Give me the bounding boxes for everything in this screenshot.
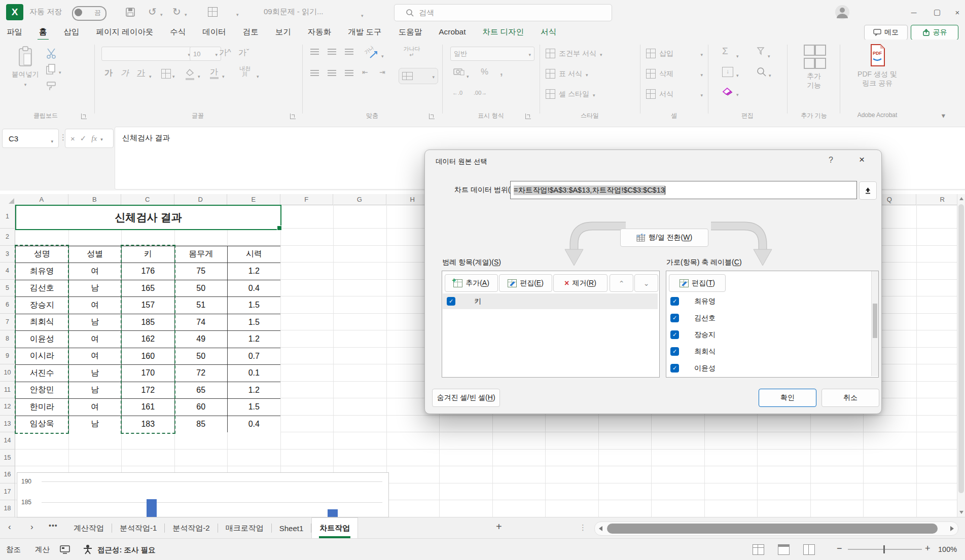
save-icon[interactable]: [125, 7, 136, 18]
underline-chevron-icon[interactable]: [149, 71, 152, 80]
hscroll-thumb[interactable]: [607, 524, 938, 534]
currency-chevron-icon[interactable]: [467, 71, 469, 80]
row-header-6[interactable]: 6: [0, 296, 15, 314]
copy-chevron-icon[interactable]: [59, 67, 61, 76]
horizontal-scrollbar[interactable]: [594, 521, 958, 536]
table-cell[interactable]: 안창민: [16, 382, 69, 399]
table-cell[interactable]: 160: [122, 348, 175, 365]
zoom-out-icon[interactable]: −: [837, 543, 842, 554]
wrap-text-icon[interactable]: 가나다↵: [402, 46, 422, 58]
row-header-11[interactable]: 11: [0, 382, 15, 399]
accessibility-icon[interactable]: [82, 544, 93, 555]
row-header-16[interactable]: 16: [0, 466, 15, 483]
underline-icon[interactable]: 가: [137, 68, 145, 79]
zoom-level[interactable]: 100%: [938, 545, 957, 553]
row-header-4[interactable]: 4: [0, 263, 15, 280]
series-move-up-button[interactable]: ⌃: [610, 274, 633, 292]
table-cell[interactable]: 185: [122, 314, 175, 331]
font-size-combo[interactable]: 10: [190, 47, 221, 61]
sheet-tab-0[interactable]: 계산작업: [66, 517, 112, 539]
align-left-icon[interactable]: [310, 70, 319, 77]
column-header-B[interactable]: B: [68, 194, 122, 205]
share-button[interactable]: 공유: [911, 25, 958, 40]
table-cell[interactable]: 74: [175, 314, 228, 331]
minimize-button[interactable]: ─: [904, 6, 924, 18]
format-as-table-button[interactable]: 표 서식: [546, 69, 588, 79]
checkbox-checked-icon[interactable]: ✓: [670, 347, 679, 356]
category-item[interactable]: ✓장승지: [667, 327, 870, 343]
table-cell[interactable]: 여: [69, 348, 122, 365]
autosum-chevron-icon[interactable]: [736, 51, 739, 60]
table-cell[interactable]: 1.2: [228, 331, 280, 348]
dialog-close-icon[interactable]: ×: [859, 154, 865, 165]
table-cell[interactable]: 여: [69, 399, 122, 416]
bold-icon[interactable]: 가: [104, 68, 113, 79]
currency-icon[interactable]: [453, 68, 464, 78]
menu-tab-12[interactable]: 차트 디자인: [481, 27, 526, 38]
new-sheet-button[interactable]: +: [496, 521, 502, 533]
categories-scroll-thumb[interactable]: [873, 304, 877, 338]
status-item-1[interactable]: 계산: [35, 545, 50, 554]
column-header-G[interactable]: G: [333, 194, 386, 205]
avatar[interactable]: [835, 5, 850, 20]
table-cell[interactable]: 남: [69, 416, 122, 433]
collapse-range-button[interactable]: [859, 181, 877, 200]
checkbox-checked-icon[interactable]: ✓: [670, 314, 679, 322]
accessibility-status[interactable]: 접근성: 조사 필요: [97, 545, 155, 555]
category-item[interactable]: ✓이윤성: [667, 360, 870, 376]
cancel-entry-icon[interactable]: ×: [70, 134, 75, 143]
zoom-slider-track[interactable]: [848, 549, 922, 550]
increase-indent-icon[interactable]: ⇥: [379, 68, 385, 76]
cancel-button[interactable]: 취소: [821, 389, 879, 407]
table-cell[interactable]: 1.5: [228, 399, 280, 416]
insert-cells-button[interactable]: 삽입: [646, 49, 703, 58]
checkbox-checked-icon[interactable]: ✓: [670, 297, 679, 306]
series-add-button[interactable]: + 추가(A): [445, 274, 498, 292]
series-item[interactable]: ✓키: [443, 293, 658, 309]
table-cell[interactable]: 남: [69, 280, 122, 297]
table-header-cell[interactable]: 시력: [228, 246, 280, 264]
clear-chevron-icon[interactable]: [736, 89, 739, 98]
table-cell[interactable]: 1.5: [228, 297, 280, 314]
merge-center-button[interactable]: [399, 68, 438, 84]
find-select-icon[interactable]: [757, 67, 766, 77]
table-cell[interactable]: 75: [175, 263, 228, 280]
select-all-corner[interactable]: [0, 194, 16, 205]
table-cell[interactable]: 남: [69, 382, 122, 399]
increase-decimal-icon[interactable]: [452, 88, 462, 96]
row-header-17[interactable]: 17: [0, 483, 15, 501]
grow-font-icon[interactable]: 가^: [219, 48, 231, 58]
categories-scrollbar[interactable]: [871, 271, 878, 376]
table-cell[interactable]: 여: [69, 297, 122, 314]
table-cell[interactable]: 183: [122, 416, 175, 433]
copy-icon[interactable]: [46, 64, 56, 75]
table-cell[interactable]: 임상욱: [16, 416, 69, 433]
table-cell[interactable]: 65: [175, 382, 228, 399]
table-cell[interactable]: 85: [175, 416, 228, 433]
cut-icon[interactable]: [46, 48, 57, 59]
table-cell[interactable]: 170: [122, 365, 175, 382]
fill-color-icon[interactable]: [186, 69, 195, 78]
row-header-2[interactable]: 2: [0, 229, 15, 246]
table-cell[interactable]: 1.5: [228, 314, 280, 331]
sort-filter-icon[interactable]: [757, 47, 766, 56]
menu-tab-13[interactable]: 서식: [539, 27, 558, 38]
excel-logo-icon[interactable]: X: [6, 4, 23, 20]
column-header-C[interactable]: C: [121, 194, 174, 205]
clear-eraser-icon[interactable]: [722, 87, 733, 96]
ok-button[interactable]: 확인: [759, 389, 816, 407]
borders-chevron-icon[interactable]: [172, 71, 175, 80]
table-header-cell[interactable]: 몸무게: [175, 246, 228, 264]
menu-tab-9[interactable]: 개발 도구: [346, 27, 383, 38]
addins-button[interactable]: 추가 기능: [790, 45, 838, 90]
format-painter-icon[interactable]: [46, 81, 57, 91]
conditional-formatting-button[interactable]: 조건부 서식: [546, 49, 602, 58]
table-header-cell[interactable]: 키: [122, 246, 175, 264]
sheet-tab-4[interactable]: Sheet1: [272, 517, 311, 539]
table-cell[interactable]: 여: [69, 263, 122, 280]
row-header-13[interactable]: 13: [0, 416, 15, 433]
row-header-5[interactable]: 5: [0, 280, 15, 297]
zoom-in-icon[interactable]: +: [925, 543, 931, 554]
close-button[interactable]: ×: [947, 6, 965, 18]
row-header-8[interactable]: 8: [0, 330, 15, 348]
